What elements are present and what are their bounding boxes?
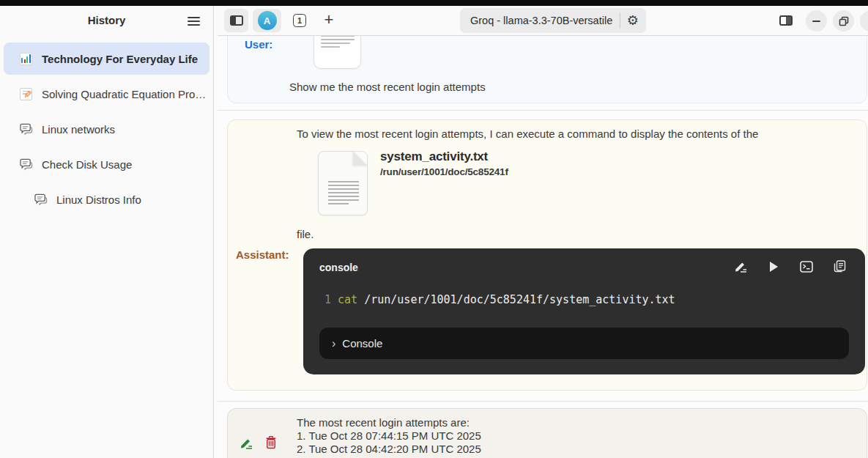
terminal-icon[interactable] (800, 260, 813, 273)
document-thumbnail-icon[interactable] (314, 36, 361, 69)
new-tab-button[interactable]: + (319, 10, 338, 30)
attachment-filename[interactable]: system_activity.txt (380, 149, 488, 164)
user-role-label: User: (245, 38, 272, 51)
sidebar-item-label: Technology For Everyday Life (42, 53, 198, 65)
console-toolbar (734, 260, 846, 273)
chat-scroll-area[interactable]: User: Show me the most recent login atte… (218, 36, 868, 458)
sidebar-item-technology-for-everyday-life[interactable]: Technology For Everyday Life (4, 43, 209, 75)
minimize-icon (812, 21, 820, 22)
delete-message-icon[interactable] (265, 436, 277, 449)
user-message-text: Show me the most recent login attempts (289, 81, 486, 93)
panel-right-icon (779, 15, 793, 26)
edit-message-icon[interactable] (240, 437, 253, 450)
assistant-intro-text: To view the most recent login attempts, … (297, 128, 780, 140)
console-block-title: console (319, 262, 358, 273)
attachment-path: /run/user/1001/doc/5c85241f (380, 166, 508, 177)
sidebar-title: History (0, 14, 213, 26)
model-selector-button[interactable]: Groq - llama-3.3-70B-versatile ⚙ (460, 8, 646, 33)
history-list: Technology For Everyday Life ✎ Solving Q… (4, 43, 209, 218)
console-output-expander[interactable]: › Console (319, 328, 849, 359)
toggle-sidebar-button[interactable] (224, 9, 248, 32)
sidebar-item-solving-quadratic[interactable]: ✎ Solving Quadratic Equation Pro… (4, 78, 209, 110)
sidebar-header: History (0, 6, 213, 37)
restore-button[interactable] (833, 10, 854, 32)
page-fold (353, 151, 368, 166)
result-line: 2. Tue Oct 28 04:42:20 PM UTC 2025 (297, 443, 481, 456)
sidebar-item-label: Solving Quadratic Equation Pro… (42, 88, 206, 100)
console-code-block: console (303, 248, 865, 374)
note-pencil-icon: ✎ (20, 88, 32, 100)
argument-token: /run/user/1001/doc/5c85241f/system_activ… (364, 293, 675, 306)
main-header: A 1 + Groq - llama-3.3-70B-versatile ⚙ (218, 6, 868, 36)
file-attachment-icon[interactable] (318, 151, 368, 215)
run-code-icon[interactable] (767, 260, 780, 273)
copy-code-icon[interactable] (833, 260, 846, 273)
minimize-button[interactable] (806, 10, 827, 32)
code-line[interactable]: 1 cat /run/user/1001/doc/5c85241f/system… (324, 293, 675, 306)
message-separator (218, 401, 868, 402)
assistant-message-card: To view the most recent login attempts, … (227, 119, 867, 391)
result-line: 1. Tue Oct 28 07:44:15 PM UTC 2025 (297, 429, 481, 443)
chat-bubbles-icon (34, 193, 47, 206)
command-token: cat (338, 293, 364, 306)
sidebar-item-check-disk-usage[interactable]: Check Disk Usage (4, 148, 209, 180)
assistant-outro-text: file. (297, 228, 314, 240)
message-separator (218, 110, 868, 111)
bar-chart-icon (20, 53, 32, 65)
result-line: The most recent login attempts are: (297, 416, 481, 429)
panel-left-icon (230, 15, 243, 26)
screen-top-strip (0, 0, 868, 6)
gear-icon[interactable]: ⚙ (627, 14, 639, 27)
chat-bubbles-icon (20, 158, 32, 171)
restore-icon (838, 15, 850, 27)
sidebar-item-linux-networks[interactable]: Linux networks (4, 113, 209, 145)
sidebar-item-label: Linux Distros Info (56, 193, 141, 206)
console-expander-label: Console (342, 337, 382, 350)
profile-button[interactable]: A (253, 9, 281, 32)
assistant-role-label: Assistant: (236, 248, 289, 261)
avatar: A (258, 11, 277, 30)
sidebar-item-label: Linux networks (42, 123, 115, 136)
chevron-right-icon: › (332, 337, 335, 350)
split-view-button[interactable] (779, 15, 793, 26)
assistant-result-card: The most recent login attempts are: 1. T… (227, 408, 867, 458)
tab-counter-button[interactable]: 1 (293, 14, 306, 27)
chat-bubbles-icon (20, 123, 32, 136)
model-title: Groq - llama-3.3-70B-versatile (470, 15, 617, 26)
close-button[interactable] (860, 10, 868, 32)
line-number: 1 (324, 293, 331, 306)
user-message-card: User: Show me the most recent login atte… (227, 36, 867, 103)
result-text: The most recent login attempts are: 1. T… (297, 416, 481, 456)
edit-code-icon[interactable] (734, 260, 747, 273)
menu-icon[interactable] (182, 15, 204, 29)
sidebar-item-linux-distros-info[interactable]: Linux Distros Info (4, 183, 209, 215)
pill-divider (620, 12, 620, 29)
history-sidebar: History Technology For Everyday Life ✎ S… (0, 6, 214, 458)
sidebar-item-label: Check Disk Usage (42, 158, 132, 171)
